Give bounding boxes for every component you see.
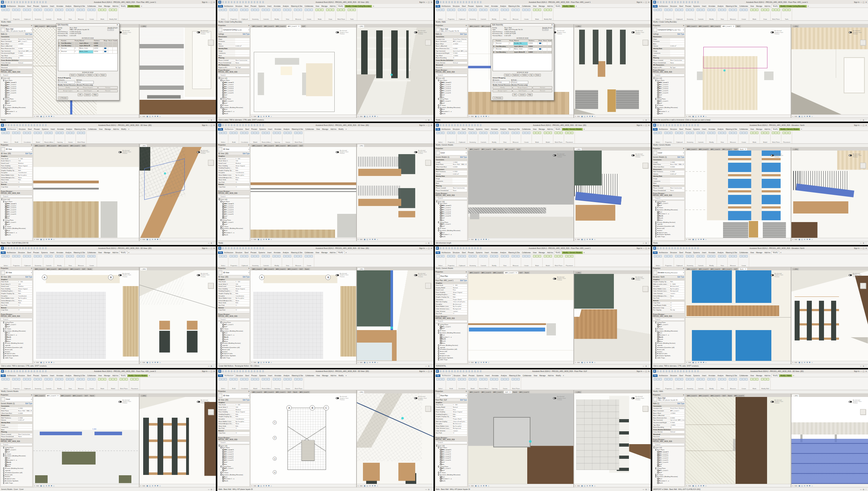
param-row[interactable]: Color Scheme Loca...Background	[653, 290, 684, 293]
param-row[interactable]: Wall Thickness0.1600	[1, 417, 32, 419]
tool-icon[interactable]	[525, 132, 528, 134]
view-cube[interactable]	[208, 160, 214, 166]
restore-button[interactable]: ▢	[863, 247, 864, 249]
ribbon-tab-architecture[interactable]: Architecture	[658, 251, 669, 254]
param-row[interactable]: Unconnected Height3.1600	[653, 422, 684, 424]
tool-icon[interactable]	[101, 9, 103, 11]
layer-row[interactable]: 2Core BoundaryLayers Below W0.0000	[58, 45, 117, 47]
tool-icon[interactable]	[664, 378, 667, 380]
tool-icon[interactable]	[219, 132, 221, 134]
ribbon-tab-annotate[interactable]: Annotate	[273, 251, 282, 254]
tool-icon[interactable]	[276, 378, 278, 380]
param-value[interactable]: Edit...	[670, 281, 684, 283]
tool-icon[interactable]	[262, 132, 264, 134]
param-value[interactable]	[670, 436, 684, 438]
tool-icon[interactable]	[539, 9, 541, 11]
selection-filter[interactable]: Elevation: North	[653, 276, 665, 278]
param-row[interactable]: Volume0.000 m³	[653, 45, 684, 48]
view-control-bar-right[interactable]: 1 : 100▦ ◱ ✣ ✥ ✺ ⌂	[574, 238, 651, 241]
accelerated-graphics-toggle[interactable]: Accelerated Graphics Tech Preview	[553, 30, 569, 35]
tool-icon[interactable]	[675, 378, 678, 380]
param-value[interactable]: ☐	[670, 302, 684, 304]
view-tab[interactable]: ARC_Level 4	[275, 25, 286, 28]
close-icon[interactable]: ✕	[745, 268, 746, 270]
param-row[interactable]: Visibility/Graphics ...Edit...	[436, 413, 467, 416]
restore-button[interactable]: ▢	[210, 1, 212, 3]
tool-icon[interactable]	[4, 255, 7, 257]
param-value[interactable]: Coordination	[235, 172, 249, 174]
ribbon-tab-massing-site[interactable]: Massing & Site	[507, 251, 521, 254]
param-row[interactable]: Crop View☐	[653, 302, 684, 304]
tool-icon[interactable]	[479, 255, 482, 257]
tool-icon[interactable]	[235, 9, 238, 11]
param-row[interactable]: Graphic Display Op...Edit...	[436, 416, 467, 418]
param-row[interactable]: Slope	[653, 38, 684, 41]
ribbon-tab-modify[interactable]: Modify	[771, 5, 779, 8]
param-row[interactable]: Length1.2400	[653, 161, 684, 164]
structural-material-checkbox[interactable]	[543, 42, 547, 45]
view-control-icons[interactable]: ▦ ◱ ✣ ✥ ✺ ⌂	[258, 362, 272, 363]
tool-icon[interactable]	[656, 132, 659, 134]
param-row[interactable]: Show Hidden LinesBy Discipline	[1, 174, 32, 177]
accelerated-graphics-toggle[interactable]: Accelerated Graphics Tech Preview	[336, 396, 352, 401]
param-row[interactable]: Graphic Display Op...Edit...	[436, 296, 467, 299]
layer-row[interactable]: 2Core BoundaryLayers Above0.0000	[493, 45, 552, 48]
view-scale[interactable]: 1 : 100	[469, 116, 474, 117]
tool-icon[interactable]	[4, 378, 7, 380]
view-tab[interactable]: North ✕	[739, 148, 747, 151]
param-value[interactable]: None	[18, 300, 32, 302]
tool-icon[interactable]	[471, 255, 474, 257]
tool-icon[interactable]	[707, 132, 710, 134]
properties-parameters[interactable]: GraphicsView Scale1 : 100Scale Value 1:1…	[0, 155, 33, 190]
accelerated-graphics-toggle[interactable]: Accelerated Graphics Tech Preview	[553, 153, 569, 158]
tool-icon[interactable]	[109, 9, 111, 11]
ribbon-tab-precast[interactable]: Precast	[250, 128, 258, 131]
tool-icon[interactable]	[528, 9, 530, 11]
param-value[interactable]: Edit...	[235, 170, 249, 172]
ribbon-collapse-icon[interactable]: ▾	[127, 251, 130, 254]
view-tab[interactable]: ARC_Level 1 ✕	[504, 271, 518, 274]
tool-icon[interactable]	[710, 378, 713, 380]
ribbon-tab-add-ins[interactable]: Add-Ins	[111, 374, 120, 377]
tool-icon[interactable]	[289, 9, 291, 11]
param-section[interactable]: Identity Data	[653, 175, 684, 178]
status-icons[interactable]: ▭ ▤ ⛶	[643, 365, 650, 367]
tool-icon[interactable]	[504, 9, 506, 11]
tool-icon[interactable]	[742, 9, 745, 11]
edit-type-button[interactable]: Edit Type	[243, 33, 249, 35]
param-section[interactable]: Identity Data	[436, 175, 467, 178]
tool-icon[interactable]	[670, 378, 673, 380]
tool-icon[interactable]	[50, 9, 53, 11]
tool-icon[interactable]	[246, 378, 248, 380]
tool-icon[interactable]	[496, 378, 498, 380]
tool-icon[interactable]	[58, 9, 60, 11]
ribbon-tab-systems[interactable]: Systems	[475, 128, 484, 131]
param-section[interactable]: Extents	[1, 307, 32, 309]
view-tab[interactable]: ARC_Level 3	[46, 25, 57, 28]
layer-row[interactable]: 1Structure1Facade_Tile0.0100	[493, 42, 552, 45]
ribbon-tab-modify[interactable]: Modify	[120, 128, 127, 131]
param-value[interactable]: Edit...	[18, 170, 32, 172]
param-row[interactable]: Comments	[436, 180, 467, 183]
close-button[interactable]: ✕	[213, 370, 215, 372]
ribbon-tab-architecture[interactable]: Architecture	[223, 5, 234, 8]
tool-icon[interactable]	[276, 132, 278, 134]
param-value[interactable]: Show Original	[18, 288, 32, 290]
close-icon[interactable]: ✕	[509, 391, 511, 393]
view-scale[interactable]: 1 : 100	[792, 362, 797, 363]
project-browser-tree[interactable]: ▾ Ceiling Plans☐ ARC_Level 1☐ GLF▾ 3D Vi…	[0, 321, 33, 363]
accelerated-graphics-toggle[interactable]: Accelerated Graphics Tech Preview	[849, 273, 865, 278]
ribbon-tab-precast[interactable]: Precast	[250, 374, 258, 377]
param-row[interactable]: Work PlaneBasic Wall : WALL-E...	[436, 163, 467, 166]
tool-icon[interactable]	[18, 255, 20, 257]
ribbon-tab-view[interactable]: View	[749, 251, 755, 254]
tool-icon[interactable]	[745, 255, 748, 257]
tool-icon[interactable]	[471, 132, 474, 134]
ribbon-tab-file[interactable]: File	[218, 374, 223, 377]
param-row[interactable]: Scale Value 1:100	[218, 406, 249, 409]
accelerated-graphics-toggle[interactable]: Accelerated Graphics Tech Preview	[849, 399, 865, 404]
accelerated-graphics-toggle[interactable]: Accelerated Graphics Tech Preview	[414, 150, 430, 154]
param-row[interactable]: Scale Value 1:100	[1, 283, 32, 286]
tool-icon[interactable]	[286, 9, 288, 11]
param-row[interactable]: Wall Thickness0.1600	[653, 171, 684, 173]
